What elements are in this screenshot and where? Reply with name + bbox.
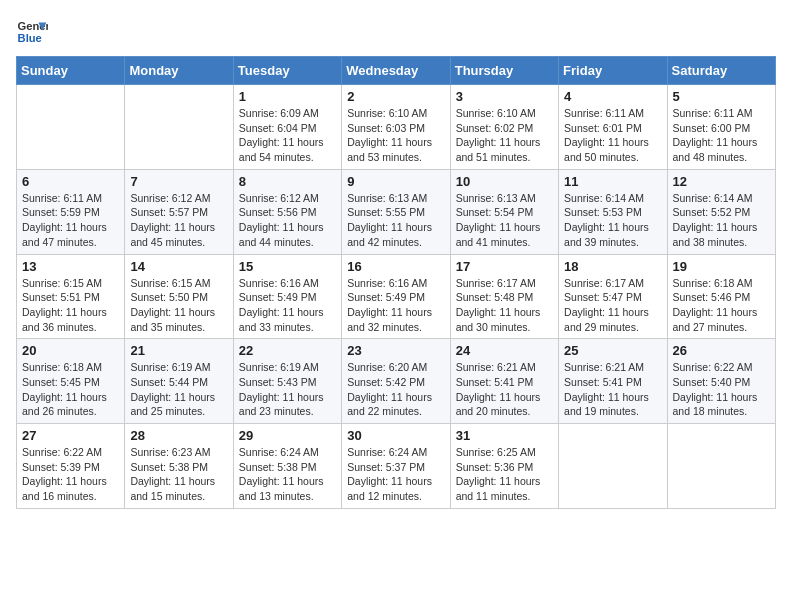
day-info: Sunrise: 6:13 AM Sunset: 5:55 PM Dayligh… (347, 191, 444, 250)
day-number: 7 (130, 174, 227, 189)
day-info: Sunrise: 6:15 AM Sunset: 5:50 PM Dayligh… (130, 276, 227, 335)
calendar-table: SundayMondayTuesdayWednesdayThursdayFrid… (16, 56, 776, 509)
calendar-cell: 12Sunrise: 6:14 AM Sunset: 5:52 PM Dayli… (667, 169, 775, 254)
day-number: 10 (456, 174, 553, 189)
day-info: Sunrise: 6:19 AM Sunset: 5:43 PM Dayligh… (239, 360, 336, 419)
day-number: 27 (22, 428, 119, 443)
day-number: 31 (456, 428, 553, 443)
calendar-cell: 10Sunrise: 6:13 AM Sunset: 5:54 PM Dayli… (450, 169, 558, 254)
calendar-cell: 20Sunrise: 6:18 AM Sunset: 5:45 PM Dayli… (17, 339, 125, 424)
day-info: Sunrise: 6:11 AM Sunset: 6:00 PM Dayligh… (673, 106, 770, 165)
day-number: 1 (239, 89, 336, 104)
day-number: 16 (347, 259, 444, 274)
calendar-cell (17, 85, 125, 170)
day-info: Sunrise: 6:12 AM Sunset: 5:57 PM Dayligh… (130, 191, 227, 250)
calendar-cell: 30Sunrise: 6:24 AM Sunset: 5:37 PM Dayli… (342, 424, 450, 509)
calendar-cell: 17Sunrise: 6:17 AM Sunset: 5:48 PM Dayli… (450, 254, 558, 339)
day-info: Sunrise: 6:16 AM Sunset: 5:49 PM Dayligh… (239, 276, 336, 335)
day-info: Sunrise: 6:21 AM Sunset: 5:41 PM Dayligh… (564, 360, 661, 419)
calendar-cell (559, 424, 667, 509)
calendar-cell: 28Sunrise: 6:23 AM Sunset: 5:38 PM Dayli… (125, 424, 233, 509)
day-info: Sunrise: 6:16 AM Sunset: 5:49 PM Dayligh… (347, 276, 444, 335)
calendar-week-3: 13Sunrise: 6:15 AM Sunset: 5:51 PM Dayli… (17, 254, 776, 339)
day-number: 25 (564, 343, 661, 358)
day-info: Sunrise: 6:17 AM Sunset: 5:47 PM Dayligh… (564, 276, 661, 335)
calendar-cell: 3Sunrise: 6:10 AM Sunset: 6:02 PM Daylig… (450, 85, 558, 170)
day-info: Sunrise: 6:12 AM Sunset: 5:56 PM Dayligh… (239, 191, 336, 250)
day-number: 22 (239, 343, 336, 358)
calendar-cell: 2Sunrise: 6:10 AM Sunset: 6:03 PM Daylig… (342, 85, 450, 170)
calendar-cell: 13Sunrise: 6:15 AM Sunset: 5:51 PM Dayli… (17, 254, 125, 339)
day-number: 21 (130, 343, 227, 358)
day-info: Sunrise: 6:11 AM Sunset: 5:59 PM Dayligh… (22, 191, 119, 250)
day-info: Sunrise: 6:23 AM Sunset: 5:38 PM Dayligh… (130, 445, 227, 504)
day-number: 17 (456, 259, 553, 274)
logo-icon: General Blue (16, 16, 48, 48)
page-header: General Blue (16, 16, 776, 48)
calendar-cell (667, 424, 775, 509)
day-number: 13 (22, 259, 119, 274)
calendar-cell: 26Sunrise: 6:22 AM Sunset: 5:40 PM Dayli… (667, 339, 775, 424)
calendar-cell: 23Sunrise: 6:20 AM Sunset: 5:42 PM Dayli… (342, 339, 450, 424)
calendar-cell: 31Sunrise: 6:25 AM Sunset: 5:36 PM Dayli… (450, 424, 558, 509)
calendar-cell: 5Sunrise: 6:11 AM Sunset: 6:00 PM Daylig… (667, 85, 775, 170)
calendar-header-wednesday: Wednesday (342, 57, 450, 85)
calendar-cell: 29Sunrise: 6:24 AM Sunset: 5:38 PM Dayli… (233, 424, 341, 509)
calendar-cell: 7Sunrise: 6:12 AM Sunset: 5:57 PM Daylig… (125, 169, 233, 254)
calendar-cell: 25Sunrise: 6:21 AM Sunset: 5:41 PM Dayli… (559, 339, 667, 424)
calendar-cell: 6Sunrise: 6:11 AM Sunset: 5:59 PM Daylig… (17, 169, 125, 254)
calendar-cell: 4Sunrise: 6:11 AM Sunset: 6:01 PM Daylig… (559, 85, 667, 170)
day-info: Sunrise: 6:21 AM Sunset: 5:41 PM Dayligh… (456, 360, 553, 419)
day-number: 9 (347, 174, 444, 189)
day-number: 11 (564, 174, 661, 189)
day-number: 24 (456, 343, 553, 358)
calendar-header-sunday: Sunday (17, 57, 125, 85)
day-number: 30 (347, 428, 444, 443)
day-info: Sunrise: 6:13 AM Sunset: 5:54 PM Dayligh… (456, 191, 553, 250)
day-info: Sunrise: 6:10 AM Sunset: 6:02 PM Dayligh… (456, 106, 553, 165)
calendar-week-2: 6Sunrise: 6:11 AM Sunset: 5:59 PM Daylig… (17, 169, 776, 254)
day-info: Sunrise: 6:20 AM Sunset: 5:42 PM Dayligh… (347, 360, 444, 419)
calendar-cell: 8Sunrise: 6:12 AM Sunset: 5:56 PM Daylig… (233, 169, 341, 254)
day-info: Sunrise: 6:14 AM Sunset: 5:53 PM Dayligh… (564, 191, 661, 250)
day-number: 4 (564, 89, 661, 104)
calendar-cell: 19Sunrise: 6:18 AM Sunset: 5:46 PM Dayli… (667, 254, 775, 339)
day-info: Sunrise: 6:19 AM Sunset: 5:44 PM Dayligh… (130, 360, 227, 419)
day-number: 15 (239, 259, 336, 274)
day-number: 3 (456, 89, 553, 104)
calendar-week-4: 20Sunrise: 6:18 AM Sunset: 5:45 PM Dayli… (17, 339, 776, 424)
day-number: 8 (239, 174, 336, 189)
calendar-week-1: 1Sunrise: 6:09 AM Sunset: 6:04 PM Daylig… (17, 85, 776, 170)
calendar-body: 1Sunrise: 6:09 AM Sunset: 6:04 PM Daylig… (17, 85, 776, 509)
svg-text:Blue: Blue (18, 32, 42, 44)
calendar-cell: 16Sunrise: 6:16 AM Sunset: 5:49 PM Dayli… (342, 254, 450, 339)
day-number: 2 (347, 89, 444, 104)
day-number: 5 (673, 89, 770, 104)
day-info: Sunrise: 6:15 AM Sunset: 5:51 PM Dayligh… (22, 276, 119, 335)
calendar-header-saturday: Saturday (667, 57, 775, 85)
day-number: 28 (130, 428, 227, 443)
day-info: Sunrise: 6:25 AM Sunset: 5:36 PM Dayligh… (456, 445, 553, 504)
calendar-cell: 21Sunrise: 6:19 AM Sunset: 5:44 PM Dayli… (125, 339, 233, 424)
day-number: 26 (673, 343, 770, 358)
day-number: 29 (239, 428, 336, 443)
day-info: Sunrise: 6:22 AM Sunset: 5:40 PM Dayligh… (673, 360, 770, 419)
logo: General Blue (16, 16, 52, 48)
calendar-header-row: SundayMondayTuesdayWednesdayThursdayFrid… (17, 57, 776, 85)
calendar-cell: 14Sunrise: 6:15 AM Sunset: 5:50 PM Dayli… (125, 254, 233, 339)
day-info: Sunrise: 6:18 AM Sunset: 5:46 PM Dayligh… (673, 276, 770, 335)
day-info: Sunrise: 6:10 AM Sunset: 6:03 PM Dayligh… (347, 106, 444, 165)
day-info: Sunrise: 6:18 AM Sunset: 5:45 PM Dayligh… (22, 360, 119, 419)
day-info: Sunrise: 6:11 AM Sunset: 6:01 PM Dayligh… (564, 106, 661, 165)
day-info: Sunrise: 6:17 AM Sunset: 5:48 PM Dayligh… (456, 276, 553, 335)
calendar-header-friday: Friday (559, 57, 667, 85)
calendar-cell: 1Sunrise: 6:09 AM Sunset: 6:04 PM Daylig… (233, 85, 341, 170)
day-number: 20 (22, 343, 119, 358)
day-info: Sunrise: 6:09 AM Sunset: 6:04 PM Dayligh… (239, 106, 336, 165)
day-number: 14 (130, 259, 227, 274)
day-number: 23 (347, 343, 444, 358)
day-number: 18 (564, 259, 661, 274)
day-info: Sunrise: 6:24 AM Sunset: 5:37 PM Dayligh… (347, 445, 444, 504)
calendar-cell: 18Sunrise: 6:17 AM Sunset: 5:47 PM Dayli… (559, 254, 667, 339)
calendar-header-tuesday: Tuesday (233, 57, 341, 85)
